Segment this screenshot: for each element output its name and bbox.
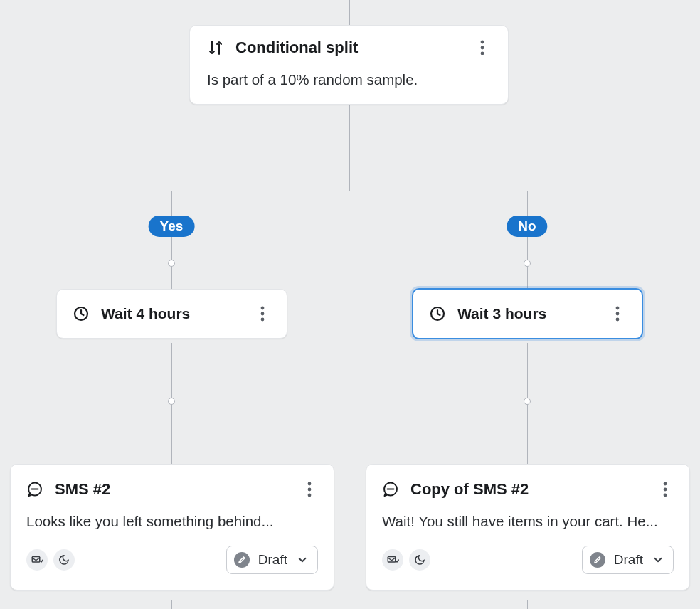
split-icon [207, 39, 224, 56]
svg-point-17 [664, 482, 667, 486]
more-button[interactable] [254, 305, 271, 322]
svg-point-14 [308, 494, 312, 497]
svg-point-9 [616, 312, 620, 316]
chat-icon [382, 481, 399, 498]
svg-point-13 [308, 488, 312, 492]
sms-card-yes[interactable]: SMS #2 Looks like you left something beh… [10, 464, 334, 591]
more-button[interactable] [609, 305, 626, 322]
more-button[interactable] [474, 39, 491, 56]
wait-card-yes[interactable]: Wait 4 hours [56, 289, 287, 339]
sms-preview: Wait! You still have items in your cart.… [382, 513, 674, 530]
svg-point-6 [261, 318, 265, 322]
sms-card-no[interactable]: Copy of SMS #2 Wait! You still have item… [366, 464, 690, 591]
clock-icon [429, 305, 446, 322]
svg-point-10 [616, 318, 620, 322]
svg-point-2 [481, 52, 484, 55]
svg-point-19 [664, 494, 667, 497]
connector [171, 600, 172, 609]
conditional-split-description: Is part of a 10% random sample. [207, 71, 491, 88]
svg-rect-15 [32, 557, 40, 563]
smart-send-icon[interactable] [26, 549, 48, 571]
chevron-down-icon [296, 554, 309, 566]
svg-rect-20 [388, 557, 396, 563]
wait-title: Wait 4 hours [101, 305, 254, 322]
sms-preview: Looks like you left something behind... [26, 513, 318, 530]
svg-point-0 [481, 41, 484, 44]
wait-card-no[interactable]: Wait 3 hours [412, 288, 643, 339]
svg-point-4 [261, 307, 265, 310]
svg-point-1 [481, 46, 484, 50]
connector [171, 191, 172, 290]
chevron-down-icon [652, 554, 664, 566]
quiet-hours-icon[interactable] [53, 549, 75, 571]
sms-title: Copy of SMS #2 [410, 480, 657, 499]
flow-canvas: Yes No Conditional split Is part of a 10… [0, 0, 700, 609]
svg-point-8 [616, 307, 620, 310]
connector [527, 191, 528, 290]
chat-icon [26, 481, 43, 498]
clock-icon [73, 305, 90, 322]
branch-label-no: No [507, 216, 547, 237]
svg-point-12 [308, 482, 312, 486]
add-step-dot[interactable] [168, 398, 175, 405]
more-button[interactable] [657, 481, 674, 498]
sms-title: SMS #2 [55, 480, 301, 499]
more-button[interactable] [301, 481, 318, 498]
conditional-split-card[interactable]: Conditional split Is part of a 10% rando… [189, 25, 509, 105]
svg-point-18 [664, 488, 667, 492]
add-step-dot[interactable] [524, 398, 531, 405]
smart-send-icon[interactable] [382, 549, 403, 571]
connector [171, 191, 527, 191]
draft-status-icon [590, 552, 605, 568]
quiet-hours-icon[interactable] [409, 549, 430, 571]
wait-title: Wait 3 hours [457, 305, 609, 322]
branch-label-yes: Yes [149, 216, 195, 237]
add-step-dot[interactable] [168, 260, 175, 267]
connector [349, 101, 350, 191]
svg-point-5 [261, 312, 265, 316]
add-step-dot[interactable] [524, 260, 531, 267]
status-dropdown[interactable]: Draft [226, 546, 318, 574]
status-label: Draft [614, 552, 643, 568]
status-label: Draft [258, 552, 287, 568]
conditional-split-title: Conditional split [235, 38, 474, 57]
connector [527, 600, 528, 609]
connector [349, 0, 350, 25]
status-dropdown[interactable]: Draft [582, 546, 674, 574]
draft-status-icon [234, 552, 250, 568]
